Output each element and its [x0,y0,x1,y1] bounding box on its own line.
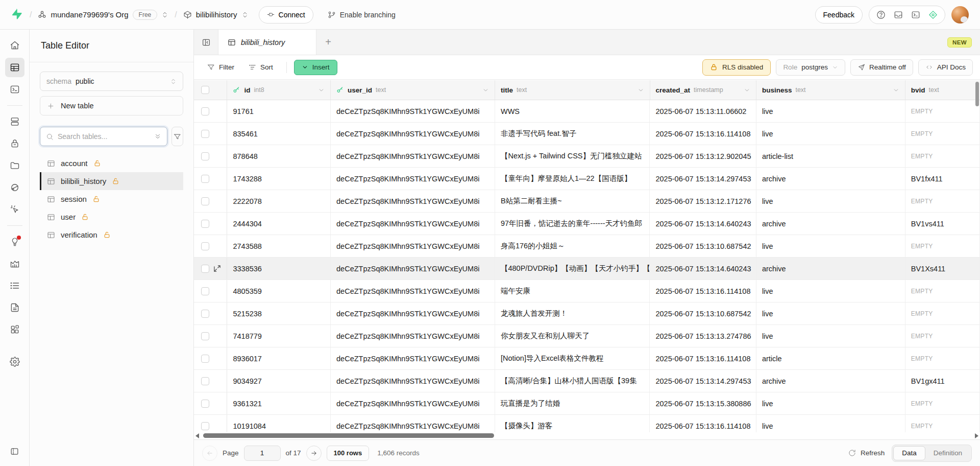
cell-created-at[interactable]: 2025-06-07 15:13:14.297453 [650,370,756,392]
data-view-tab[interactable]: Data [893,446,925,460]
sidebar-table-item[interactable]: account [40,154,183,172]
column-header-bvid[interactable]: bvid text [905,80,980,100]
table-row[interactable]: 878648 deCeZTpzSq8KIMhn9STk1YGWCxEyUM8i … [194,145,980,168]
next-page-button[interactable] [306,446,322,461]
column-header-id[interactable]: id int8 [227,80,331,100]
cell-title[interactable]: 身高176的小姐姐～ [495,235,650,257]
row-checkbox[interactable] [201,377,209,385]
project-name[interactable]: bilibilihistory [196,10,237,19]
cell-created-at[interactable]: 2025-06-07 15:13:10.687542 [650,302,756,324]
scroll-right-arrow[interactable] [975,433,978,438]
rail-settings[interactable] [5,352,24,371]
previous-page-button[interactable] [202,446,217,461]
table-row[interactable]: 4805359 deCeZTpzSq8KIMhn9STk1YGWCxEyUM8i… [194,280,980,302]
cell-business[interactable]: archive [756,168,905,190]
cell-id[interactable]: 2743588 [227,235,331,257]
supabase-logo[interactable] [11,9,23,21]
filter-button[interactable]: Filter [201,60,240,75]
table-row[interactable]: 2222078 deCeZTpzSq8KIMhn9STk1YGWCxEyUM8i… [194,190,980,213]
cell-business[interactable]: live [756,280,905,302]
table-row[interactable]: 3338536 deCeZTpzSq8KIMhn9STk1YGWCxEyUM8i… [194,258,980,280]
cell-title[interactable]: 【童年向】摩登原始人1—22【国语版】 [495,168,650,190]
search-tables-field[interactable] [40,127,167,146]
cell-user-id[interactable]: deCeZTpzSq8KIMhn9STk1YGWCxEyUM8i [331,145,495,167]
cell-user-id[interactable]: deCeZTpzSq8KIMhn9STk1YGWCxEyUM8i [331,325,495,347]
rail-auth[interactable] [5,134,24,153]
cell-created-at[interactable]: 2025-06-07 15:13:16.114108 [650,123,756,145]
column-header-business[interactable]: business text [756,80,905,100]
cell-created-at[interactable]: 2025-06-07 15:13:10.687542 [650,235,756,257]
row-checkbox[interactable] [201,242,209,250]
cell-id[interactable]: 5215238 [227,302,331,324]
cell-id[interactable]: 91761 [227,100,331,122]
cell-title[interactable]: B站第二耐看主播~ [495,190,650,212]
search-tables-input[interactable] [58,132,150,141]
page-number-input[interactable] [244,446,281,461]
cell-business[interactable]: archive [756,213,905,235]
cell-bvid[interactable]: EMPTY [905,302,980,324]
cell-id[interactable]: 9034927 [227,370,331,392]
cell-bvid[interactable]: BV1Xs411 [905,258,980,279]
cell-business[interactable]: live [756,100,905,122]
rail-home[interactable] [5,36,24,55]
cell-id[interactable]: 4805359 [227,280,331,302]
inbox-icon[interactable] [894,10,903,19]
rail-logs[interactable] [5,276,24,295]
rls-disabled-badge[interactable]: RLS disabled [702,59,771,76]
cell-business[interactable]: live [756,123,905,145]
scroll-left-arrow[interactable] [195,433,199,438]
chevron-down-icon[interactable] [318,87,325,94]
table-row[interactable]: 835461 deCeZTpzSq8KIMhn9STk1YGWCxEyUM8i … [194,123,980,145]
cell-title[interactable]: 【高清晰/合集】山林小猎人国语版【39集 [495,370,650,392]
chevron-down-icon[interactable] [638,87,644,94]
rail-api-docs[interactable] [5,298,24,317]
sidebar-table-item[interactable]: user [40,208,183,226]
table-row[interactable]: 7418779 deCeZTpzSq8KIMhn9STk1YGWCxEyUM8i… [194,325,980,347]
cell-user-id[interactable]: deCeZTpzSq8KIMhn9STk1YGWCxEyUM8i [331,302,495,324]
terminal-icon[interactable] [911,10,920,19]
cell-id[interactable]: 9361321 [227,392,331,414]
cell-bvid[interactable]: EMPTY [905,190,980,212]
cell-user-id[interactable]: deCeZTpzSq8KIMhn9STk1YGWCxEyUM8i [331,280,495,302]
cell-title[interactable]: [Notion]导入Excel表格文件教程 [495,347,650,369]
cell-bvid[interactable]: EMPTY [905,145,980,167]
row-checkbox[interactable] [201,107,209,115]
cell-created-at[interactable]: 2025-06-07 15:13:13.274786 [650,325,756,347]
cell-business[interactable]: article-list [756,145,905,167]
cell-bvid[interactable]: BV1vs411 [905,213,980,235]
new-feature-badge[interactable]: NEW [947,37,972,48]
chevron-down-icon[interactable] [744,87,750,94]
cell-created-at[interactable]: 2025-06-07 15:13:16.114108 [650,347,756,369]
rail-table-editor[interactable] [5,58,24,77]
cell-created-at[interactable]: 2025-06-07 15:13:14.640243 [650,258,756,279]
scrollbar-track[interactable] [201,433,973,438]
row-checkbox[interactable] [201,355,209,363]
cell-user-id[interactable]: deCeZTpzSq8KIMhn9STk1YGWCxEyUM8i [331,370,495,392]
table-row[interactable]: 1743288 deCeZTpzSq8KIMhn9STk1YGWCxEyUM8i… [194,168,980,190]
row-checkbox[interactable] [201,197,209,205]
api-docs-button[interactable]: API Docs [918,59,973,76]
cell-created-at[interactable]: 2025-06-07 15:13:14.640243 [650,213,756,235]
cell-created-at[interactable]: 2025-06-07 15:13:14.297453 [650,168,756,190]
cell-bvid[interactable]: EMPTY [905,235,980,257]
role-select[interactable]: Role postgres [776,59,845,76]
rail-sql-editor[interactable] [5,80,24,99]
realtime-toggle[interactable]: Realtime off [850,59,913,76]
cell-created-at[interactable]: 2025-06-07 15:13:12.171276 [650,190,756,212]
collapse-sidebar-button[interactable] [194,30,218,55]
cell-title[interactable]: 端午安康 [495,280,650,302]
cell-user-id[interactable]: deCeZTpzSq8KIMhn9STk1YGWCxEyUM8i [331,100,495,122]
row-checkbox[interactable] [201,220,209,228]
cell-bvid[interactable]: EMPTY [905,325,980,347]
org-name[interactable]: mundane799699's Org [51,10,128,19]
cell-business[interactable]: archive [756,258,905,279]
sort-button[interactable]: Sort [242,60,279,75]
new-table-button[interactable]: New table [40,96,183,115]
cell-user-id[interactable]: deCeZTpzSq8KIMhn9STk1YGWCxEyUM8i [331,123,495,145]
chevrons-up-down-icon[interactable] [241,11,249,18]
connect-button[interactable]: Connect [259,6,313,24]
cell-title[interactable]: 龙魂旅人首发开测！ [495,302,650,324]
table-row[interactable]: 9034927 deCeZTpzSq8KIMhn9STk1YGWCxEyUM8i… [194,370,980,392]
tab-bilibili-history[interactable]: bilibili_history [218,30,316,55]
chevrons-up-down-icon[interactable] [161,11,168,18]
